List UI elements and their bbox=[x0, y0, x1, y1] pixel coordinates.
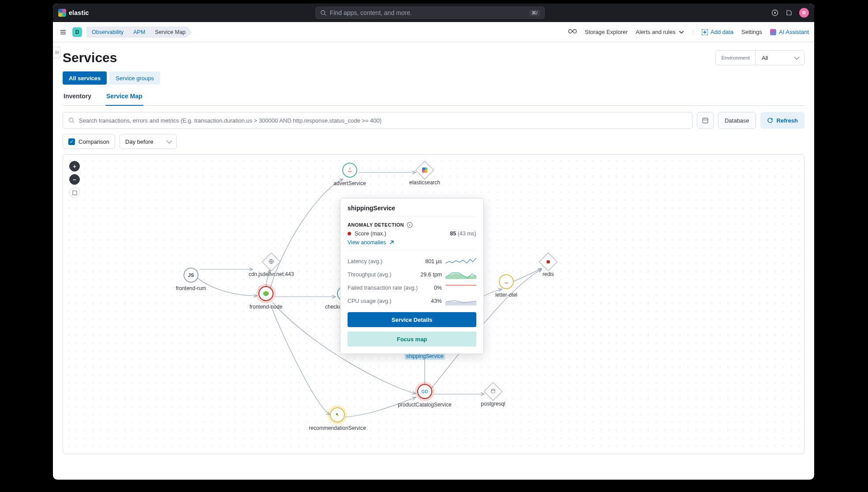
svg-line-8 bbox=[73, 122, 75, 123]
svg-point-7 bbox=[69, 118, 73, 122]
node-letter-otel[interactable]: letter-otel bbox=[475, 274, 537, 298]
tab-all-services[interactable]: All services bbox=[63, 71, 107, 85]
global-header: elastic Find apps, content, and more. ⌘/… bbox=[53, 4, 814, 22]
brand-name: elastic bbox=[69, 9, 89, 16]
svg-point-3 bbox=[774, 12, 776, 14]
metric-throughput: Throughput (avg.) 29.6 tpm bbox=[348, 268, 476, 281]
popout-icon bbox=[389, 239, 395, 246]
metric-failed-rate: Failed transaction rate (avg.) 0% bbox=[348, 281, 476, 294]
search-shortcut: ⌘/ bbox=[529, 10, 540, 16]
python-icon bbox=[334, 412, 340, 418]
node-redis[interactable]: redis bbox=[517, 255, 579, 277]
global-search[interactable]: Find apps, content, and more. ⌘/ bbox=[315, 7, 545, 19]
sparkline-cpu bbox=[445, 297, 476, 306]
service-details-button[interactable]: Service Details bbox=[348, 312, 476, 327]
node-frontend-node[interactable]: frontend-node bbox=[235, 286, 297, 310]
tab-service-map[interactable]: Service Map bbox=[105, 93, 143, 106]
svg-marker-12 bbox=[263, 291, 269, 296]
metric-cpu: CPU usage (avg.) 43% bbox=[348, 294, 476, 308]
elasticsearch-icon bbox=[422, 168, 427, 173]
checkbox-checked-icon: ✓ bbox=[68, 138, 75, 145]
ai-assistant-icon bbox=[770, 29, 776, 35]
link-storage-explorer[interactable]: Storage Explorer bbox=[585, 29, 628, 35]
service-scope-tabs: All services Service groups bbox=[63, 71, 804, 85]
svg-point-13 bbox=[491, 389, 495, 390]
service-popover: shippingService ANOMALY DETECTION Score … bbox=[340, 198, 484, 354]
metric-latency: Latency (avg.) 801 µs bbox=[348, 255, 476, 268]
java-icon bbox=[346, 167, 353, 174]
date-picker-label[interactable]: Database bbox=[718, 112, 756, 129]
redis-icon bbox=[545, 259, 551, 265]
sparkline-latency bbox=[445, 257, 476, 266]
link-alerts-rules[interactable]: Alerts and rules bbox=[636, 29, 684, 35]
js-icon: JS bbox=[183, 268, 198, 283]
sparkline-failed bbox=[445, 283, 476, 292]
popover-section-title: ANOMALY DETECTION bbox=[348, 222, 476, 228]
tab-inventory[interactable]: Inventory bbox=[63, 93, 92, 105]
view-anomalies-link[interactable]: View anomalies bbox=[348, 239, 395, 246]
comparison-toggle[interactable]: ✓ Comparison bbox=[63, 134, 115, 149]
kql-placeholder: Search transactions, errors and metrics … bbox=[79, 117, 382, 124]
link-add-data[interactable]: Add data bbox=[702, 29, 733, 35]
newsfeed-icon[interactable] bbox=[785, 9, 793, 17]
search-placeholder: Find apps, content, and more. bbox=[330, 9, 412, 16]
user-avatar[interactable]: R bbox=[799, 8, 809, 18]
refresh-button[interactable]: Refresh bbox=[760, 112, 804, 129]
anomaly-score-row: Score (max.) 85 (43 ms) bbox=[348, 231, 476, 237]
environment-selector: Environment All bbox=[715, 50, 804, 65]
node-productcatalogservice[interactable]: GO productCatalogService bbox=[394, 384, 456, 408]
severity-dot-icon bbox=[348, 232, 351, 235]
focus-map-button[interactable]: Focus map bbox=[348, 332, 476, 347]
svg-point-5 bbox=[573, 30, 576, 33]
brand-logo[interactable]: elastic bbox=[58, 9, 89, 17]
chevron-down-icon bbox=[678, 29, 685, 35]
elastic-logo-icon bbox=[58, 9, 66, 17]
node-elasticsearch[interactable]: elasticsearch bbox=[394, 164, 456, 186]
kql-search-input[interactable]: Search transactions, errors and metrics … bbox=[63, 112, 692, 129]
nav-toggle-icon[interactable] bbox=[58, 27, 68, 37]
inspect-icon[interactable] bbox=[568, 29, 577, 35]
date-picker-button[interactable] bbox=[697, 112, 714, 129]
node-cdn[interactable]: cdn.jsdelivr.net:443 bbox=[240, 255, 302, 277]
nodejs-icon bbox=[263, 291, 269, 297]
comparison-range-select[interactable]: Day before bbox=[120, 134, 177, 149]
crumb-observability[interactable]: Observability bbox=[86, 26, 130, 38]
svg-rect-9 bbox=[703, 118, 708, 123]
link-settings[interactable]: Settings bbox=[741, 29, 762, 35]
node-frontend-rum[interactable]: JS frontend-rum bbox=[160, 268, 222, 291]
search-icon bbox=[320, 10, 326, 16]
crumb-service-map: Service Map bbox=[147, 26, 191, 38]
environment-label: Environment bbox=[716, 51, 756, 65]
breadcrumb: Observability APM Service Map bbox=[86, 26, 192, 38]
page-content: Services Environment All All services Se… bbox=[53, 42, 814, 480]
svg-point-4 bbox=[569, 30, 572, 33]
node-postgresql[interactable]: postgresql bbox=[462, 385, 524, 407]
link-ai-assistant[interactable]: AI Assistant bbox=[770, 29, 809, 35]
globe-icon bbox=[269, 259, 274, 265]
search-icon bbox=[68, 117, 75, 123]
database-icon bbox=[490, 388, 496, 395]
calendar-icon bbox=[702, 117, 708, 123]
tab-service-groups[interactable]: Service groups bbox=[109, 71, 160, 85]
help-icon[interactable] bbox=[771, 9, 779, 17]
sparkline-throughput bbox=[445, 270, 476, 279]
comparison-label: Comparison bbox=[79, 138, 109, 145]
info-icon[interactable] bbox=[407, 222, 413, 228]
sidebar-collapse-handle[interactable] bbox=[53, 47, 60, 58]
plus-circle-icon bbox=[702, 29, 708, 35]
refresh-icon bbox=[767, 117, 773, 123]
node-advertservice[interactable]: advertService bbox=[319, 163, 381, 186]
service-map-canvas[interactable]: + − bbox=[63, 154, 804, 454]
svg-line-1 bbox=[324, 14, 326, 16]
space-badge[interactable]: D bbox=[72, 27, 82, 37]
page-title: Services bbox=[63, 50, 117, 65]
node-recommendationservice[interactable]: recommendationService bbox=[307, 407, 368, 431]
java-icon bbox=[503, 279, 509, 285]
app-window: elastic Find apps, content, and more. ⌘/… bbox=[53, 4, 814, 480]
svg-point-0 bbox=[321, 11, 325, 15]
popover-title: shippingService bbox=[348, 205, 476, 216]
environment-dropdown[interactable]: All bbox=[756, 51, 804, 65]
view-tabs: Inventory Service Map bbox=[63, 93, 804, 106]
app-subheader: D Observability APM Service Map Storage … bbox=[53, 22, 814, 42]
